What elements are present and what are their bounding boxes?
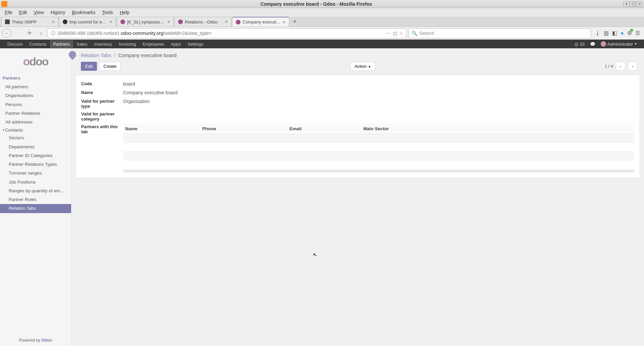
table-row[interactable]: [123, 160, 634, 169]
pager-prev-button[interactable]: ‹: [616, 61, 625, 71]
tab-label: [K_SL] symposiu…: [127, 19, 165, 24]
column-header-main-sector[interactable]: Main Sector: [361, 123, 634, 134]
column-header-name[interactable]: Name: [123, 123, 200, 134]
browser-tab-2[interactable]: [K_SL] symposiu… ×: [117, 17, 174, 27]
search-bar[interactable]: 🔍 Search: [409, 28, 591, 38]
nav-home-button[interactable]: ⌂: [36, 29, 46, 38]
sidebar-icon[interactable]: ◧: [612, 30, 617, 36]
table-row[interactable]: [123, 134, 634, 143]
nav-partners[interactable]: Partners: [50, 40, 73, 48]
sidebar-all-addresses[interactable]: All addresses: [0, 118, 71, 127]
nav-invoicing[interactable]: Invoicing: [115, 40, 139, 48]
tab-favicon-icon: [236, 20, 240, 24]
window-maximize-button[interactable]: ▢: [630, 1, 636, 7]
menu-history[interactable]: History: [48, 9, 68, 16]
action-bar: Edit Create Action▼ 1 / 4 ‹ ›: [71, 59, 644, 75]
url-more-icon[interactable]: ⋯: [386, 31, 391, 36]
sidebar-partner-roles[interactable]: Partner Roles: [0, 195, 71, 204]
chevron-down-icon: ▼: [368, 65, 371, 68]
tab-label: Therp XMPP: [12, 19, 50, 24]
pager-next-button[interactable]: ›: [628, 61, 637, 71]
sidebar-job-positions[interactable]: Job Positions: [0, 178, 71, 187]
sidebar-sectors[interactable]: Sectors: [0, 134, 71, 142]
menu-tools[interactable]: Tools: [99, 9, 116, 16]
menu-edit[interactable]: Edit: [16, 9, 30, 16]
sidebar-partner-relations-types[interactable]: Partner Relations Types: [0, 160, 71, 169]
powered-brand[interactable]: Odoo: [42, 338, 52, 343]
sidebar-organisations[interactable]: Organisations: [0, 91, 71, 100]
reader-mode-icon[interactable]: ◫: [393, 31, 397, 36]
tab-close-icon[interactable]: ×: [52, 19, 55, 24]
nav-sales[interactable]: Sales: [73, 40, 91, 48]
sidebar-partner-relations[interactable]: Partner Relations: [0, 109, 71, 118]
hamburger-menu-icon[interactable]: ☰: [635, 30, 640, 36]
sidebar-departments[interactable]: Departments: [0, 143, 71, 151]
nav-employees[interactable]: Employees: [139, 40, 167, 48]
browser-tabstrip: Therp XMPP × tmp commit for e… × [K_SL] …: [0, 17, 644, 27]
create-button[interactable]: Create: [99, 62, 121, 71]
field-value-valid-type: Organisation: [120, 98, 634, 109]
nav-user-menu[interactable]: Administrator ▼: [598, 40, 640, 48]
sidebar-turnover-ranges[interactable]: Turnover ranges: [0, 169, 71, 178]
browser-tab-4[interactable]: Company executi… ×: [232, 17, 289, 27]
sidebar-all-partners[interactable]: All partners: [0, 83, 71, 91]
window-close-button[interactable]: ✕: [637, 1, 643, 7]
caret-down-icon: ▾: [3, 128, 4, 132]
nav-inventory[interactable]: Inventory: [91, 40, 115, 48]
tab-label: Company executi…: [243, 19, 281, 24]
nav-reload-button[interactable]: ⟳: [25, 29, 34, 38]
library-icon[interactable]: ▥: [604, 30, 609, 36]
nav-contacts[interactable]: Contacts: [26, 40, 50, 48]
nav-back-button[interactable]: ←: [2, 29, 11, 38]
info-icon[interactable]: ⓘ: [51, 30, 55, 36]
menu-bookmarks[interactable]: Bookmarks: [69, 9, 98, 16]
nav-forward-button[interactable]: →: [13, 29, 23, 38]
action-dropdown-button[interactable]: Action▼: [350, 62, 375, 71]
extension-badge-icon[interactable]: ⚙: [627, 30, 632, 36]
table-row[interactable]: [123, 152, 634, 160]
powered-prefix: Powered by: [19, 338, 42, 343]
sidebar-partner-id-categories[interactable]: Partner ID Categories: [0, 151, 71, 160]
url-bar[interactable]: ⓘ 3348000-498-1bb069.runbot1.odoo-commun…: [48, 28, 407, 38]
column-header-email[interactable]: Email: [287, 123, 361, 134]
tab-close-icon[interactable]: ×: [167, 19, 170, 24]
toolbar-icons: ⭳ ▥ ◧ ● ⚙ ☰: [593, 30, 642, 36]
odoo-top-nav: Discuss Contacts Partners Sales Inventor…: [0, 40, 644, 48]
browser-tab-0[interactable]: Therp XMPP ×: [1, 17, 58, 27]
tab-favicon-icon: [178, 19, 183, 24]
column-header-phone[interactable]: Phone: [200, 123, 287, 134]
downloads-icon[interactable]: ⭳: [595, 30, 600, 36]
extension-icon[interactable]: ●: [621, 30, 624, 36]
odoo-logo[interactable]: odoo: [0, 48, 71, 73]
sidebar-ranges-by-quantity[interactable]: Ranges by quantity of em…: [0, 187, 71, 195]
sidebar-persons[interactable]: Persons: [0, 100, 71, 109]
sidebar-relation-tabs[interactable]: Relation Tabs: [0, 204, 71, 213]
sidebar-group-partners[interactable]: Partners: [0, 73, 71, 83]
nav-discuss[interactable]: Discuss: [4, 40, 26, 48]
browser-tab-3[interactable]: Relations - Odoo ×: [174, 17, 231, 27]
sidebar-contacts-toggle[interactable]: ▾Contacts: [0, 127, 71, 134]
breadcrumb-parent[interactable]: Relation Tabs: [81, 52, 111, 58]
new-tab-button[interactable]: +: [290, 17, 300, 27]
window-minimize-button[interactable]: ▾: [623, 1, 629, 7]
pager-position[interactable]: 1 / 4: [605, 64, 613, 69]
tab-close-icon[interactable]: ×: [225, 19, 228, 24]
edit-button[interactable]: Edit: [81, 62, 97, 71]
tab-label: Relations - Odoo: [185, 19, 223, 24]
bookmark-star-icon[interactable]: ☆: [399, 31, 404, 36]
nav-apps[interactable]: Apps: [168, 40, 184, 48]
menu-file[interactable]: File: [2, 9, 15, 16]
breadcrumb: Relation Tabs / Company executive board: [71, 48, 644, 59]
window-controls: ▾ ▢ ✕: [623, 1, 643, 7]
tab-close-icon[interactable]: ×: [110, 19, 112, 24]
tab-close-icon[interactable]: ×: [283, 19, 285, 25]
table-row[interactable]: [123, 143, 634, 152]
menu-view[interactable]: View: [31, 9, 47, 16]
partners-table: Name Phone Email Main Sector: [123, 123, 634, 169]
nav-settings[interactable]: Settings: [184, 40, 207, 48]
firefox-menubar: File Edit View History Bookmarks Tools H…: [0, 8, 644, 17]
nav-notifications[interactable]: ◎ 10: [572, 40, 587, 48]
menu-help[interactable]: Help: [117, 9, 132, 16]
browser-tab-1[interactable]: tmp commit for e… ×: [59, 17, 116, 27]
nav-messages[interactable]: 💬: [587, 40, 598, 48]
